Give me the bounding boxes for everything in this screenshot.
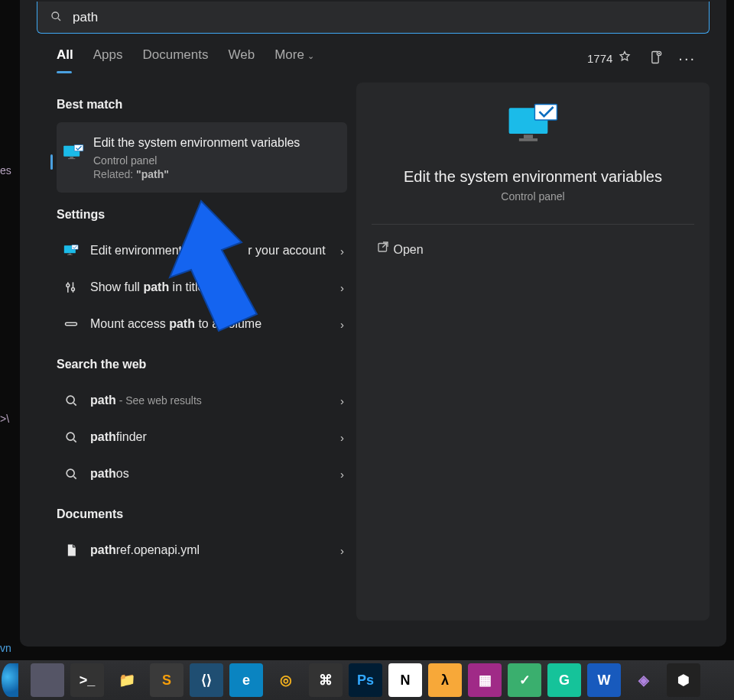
section-documents: Documents <box>57 507 347 521</box>
rewards-points[interactable]: 1774 <box>587 50 632 67</box>
taskbar-item-chrome[interactable]: ◎ <box>269 663 303 697</box>
divider <box>372 224 694 225</box>
taskbar-item-sublime[interactable]: S <box>150 663 184 697</box>
svg-rect-27 <box>519 138 538 141</box>
phone-link-icon[interactable] <box>648 50 663 67</box>
bg-fragment: >\ <box>0 413 9 425</box>
preview-panel: Edit the system environment variables Co… <box>356 83 710 621</box>
bg-fragment: es <box>0 164 11 177</box>
web-result-pathfinder[interactable]: pathfinder › <box>57 419 347 455</box>
web-result-pathos[interactable]: pathos › <box>57 455 347 492</box>
taskbar-item-todoist[interactable]: ✓ <box>508 663 541 697</box>
search-icon <box>50 10 62 25</box>
search-window: All Apps Documents Web More⌄ 1774 ··· Be… <box>20 0 726 647</box>
monitor-icon <box>63 243 80 258</box>
svg-rect-8 <box>68 158 75 159</box>
sliders-icon <box>63 280 80 295</box>
svg-rect-9 <box>74 145 83 151</box>
taskbar-item-word[interactable]: W <box>587 663 621 697</box>
preview-subtitle: Control panel <box>501 190 564 203</box>
bar-icon <box>63 316 80 332</box>
svg-rect-13 <box>72 245 78 249</box>
svg-rect-7 <box>70 157 73 158</box>
section-settings: Settings <box>57 208 347 222</box>
tab-more[interactable]: More⌄ <box>274 47 314 69</box>
svg-rect-26 <box>524 134 533 138</box>
taskbar-item-edge[interactable]: e <box>229 663 263 697</box>
search-icon <box>63 466 80 481</box>
results-column: Best match Edit the system environment v… <box>31 83 347 647</box>
chevron-right-icon: › <box>340 543 344 556</box>
settings-result-full-path-title[interactable]: Show full path in title bar › <box>57 269 347 306</box>
svg-line-20 <box>73 403 76 405</box>
chevron-right-icon: › <box>340 317 344 330</box>
search-bar[interactable] <box>37 2 710 34</box>
svg-point-23 <box>67 469 74 477</box>
doc-result-pathref[interactable]: pathref.openapi.yml › <box>57 532 347 569</box>
taskbar: >_📁S⟨⟩e◎⌘PsNλ▦✓GW◈⬢ <box>0 660 734 700</box>
rewards-badge-icon <box>617 50 632 67</box>
tab-apps[interactable]: Apps <box>93 47 123 69</box>
svg-point-21 <box>67 433 74 440</box>
chevron-right-icon: › <box>340 394 344 407</box>
search-icon <box>63 429 80 445</box>
tab-all[interactable]: All <box>57 47 73 69</box>
svg-line-22 <box>73 439 76 442</box>
settings-result-edit-env-account[interactable]: Edit environment variables for your acco… <box>57 232 347 269</box>
search-input[interactable] <box>73 10 697 25</box>
taskbar-item-vscode[interactable]: ⟨⟩ <box>190 663 223 697</box>
svg-point-17 <box>72 287 75 290</box>
taskbar-item-grammarly[interactable]: G <box>547 663 581 697</box>
open-external-icon: Open <box>376 240 424 257</box>
tabs-row: All Apps Documents Web More⌄ 1774 ··· <box>20 34 726 76</box>
chevron-right-icon: › <box>340 280 344 293</box>
taskbar-item-launcher[interactable]: ⌘ <box>309 663 343 697</box>
svg-point-0 <box>52 12 59 19</box>
section-best-match: Best match <box>57 98 347 112</box>
taskbar-item-kdiff[interactable]: ▦ <box>468 663 502 697</box>
chevron-right-icon: › <box>340 467 344 480</box>
monitor-check-icon <box>505 102 561 147</box>
taskbar-start-button[interactable] <box>2 663 18 697</box>
best-match-category: Control panel <box>93 154 300 167</box>
svg-rect-12 <box>67 254 73 255</box>
taskbar-item-task-view[interactable] <box>31 663 64 697</box>
taskbar-item-visual-studio[interactable]: ◈ <box>627 663 661 697</box>
open-label: Open <box>393 243 423 256</box>
best-match-title: Edit the system environment variables <box>93 134 300 151</box>
taskbar-item-lambda[interactable]: λ <box>428 663 462 697</box>
taskbar-item-notion[interactable]: N <box>388 663 422 697</box>
svg-line-24 <box>73 476 76 478</box>
svg-point-16 <box>67 284 70 287</box>
svg-rect-11 <box>69 253 71 254</box>
web-result-path[interactable]: path - See web results › <box>57 382 347 419</box>
settings-result-mount-path[interactable]: Mount access path to a volume › <box>57 306 347 342</box>
svg-line-1 <box>58 18 60 21</box>
svg-point-19 <box>67 396 74 403</box>
section-web: Search the web <box>57 358 347 371</box>
tab-web[interactable]: Web <box>228 47 255 69</box>
best-match-result[interactable]: Edit the system environment variables Co… <box>57 122 347 193</box>
best-match-related: Related: "path" <box>93 168 300 180</box>
chevron-right-icon: › <box>340 430 344 443</box>
search-icon <box>63 393 80 408</box>
chevron-right-icon: › <box>340 244 344 257</box>
taskbar-item-explorer[interactable]: 📁 <box>110 663 144 697</box>
taskbar-item-photoshop[interactable]: Ps <box>349 663 382 697</box>
file-icon <box>63 543 80 558</box>
svg-rect-18 <box>66 322 77 325</box>
bg-fragment: vn <box>0 642 11 654</box>
tab-documents[interactable]: Documents <box>142 47 208 69</box>
chevron-down-icon: ⌄ <box>307 51 314 60</box>
more-options-icon[interactable]: ··· <box>678 50 696 67</box>
svg-rect-28 <box>534 104 557 120</box>
taskbar-item-figma[interactable]: ⬢ <box>667 663 700 697</box>
open-action[interactable]: Open <box>372 232 694 264</box>
preview-title: Edit the system environment variables <box>404 168 662 186</box>
monitor-check-icon <box>63 142 84 164</box>
taskbar-item-terminal[interactable]: >_ <box>70 663 104 697</box>
